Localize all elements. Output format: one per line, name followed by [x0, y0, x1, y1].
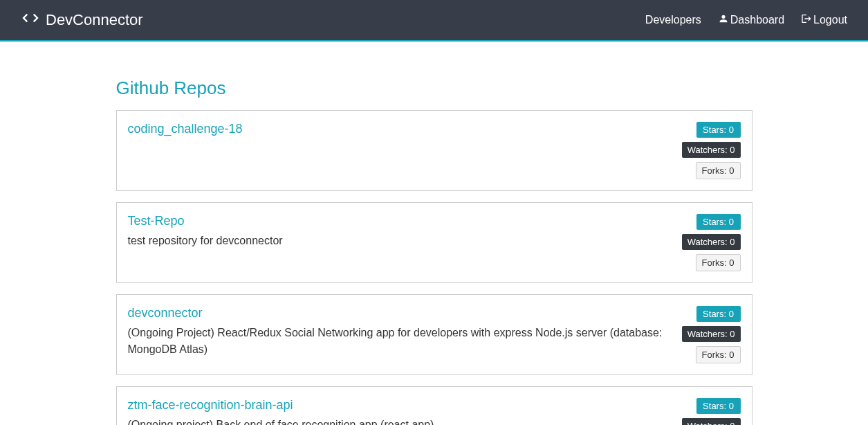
nav-dashboard[interactable]: Dashboard [718, 13, 784, 27]
nav-logout[interactable]: Logout [801, 13, 847, 27]
repo-description: (Ongoing Project) React/Redux Social Net… [128, 325, 668, 358]
navbar: DevConnector Developers Dashboard Logout [0, 0, 868, 42]
watchers-badge: Watchers: 0 [682, 418, 741, 425]
repo-info: devconnector(Ongoing Project) React/Redu… [128, 306, 668, 363]
nav-dashboard-label: Dashboard [730, 14, 784, 26]
logout-icon [801, 13, 812, 27]
nav-developers[interactable]: Developers [645, 14, 701, 26]
repo-card: devconnector(Ongoing Project) React/Redu… [116, 294, 752, 375]
repo-badges: Stars: 0Watchers: 0Forks: 0 [682, 398, 741, 425]
repo-name-link[interactable]: ztm-face-recognition-brain-api [128, 398, 293, 413]
repo-card: coding_challenge-18Stars: 0Watchers: 0Fo… [116, 110, 752, 191]
repo-badges: Stars: 0Watchers: 0Forks: 0 [682, 306, 741, 363]
repo-info: ztm-face-recognition-brain-api(Ongoing p… [128, 398, 668, 425]
nav-logout-label: Logout [813, 14, 847, 26]
repo-info: Test-Repotest repository for devconnecto… [128, 214, 668, 271]
main-container: Position: aaaa Description: Github Repos… [109, 3, 759, 425]
repo-name-link[interactable]: devconnector [128, 306, 203, 320]
watchers-badge: Watchers: 0 [682, 234, 741, 250]
stars-badge: Stars: 0 [696, 306, 741, 322]
forks-badge: Forks: 0 [696, 346, 741, 363]
nav-developers-label: Developers [645, 14, 701, 26]
brand-text: DevConnector [46, 11, 143, 29]
stars-badge: Stars: 0 [696, 214, 741, 230]
user-icon [718, 13, 729, 27]
repo-description: test repository for devconnector [128, 233, 668, 249]
watchers-badge: Watchers: 0 [682, 142, 741, 158]
repo-description: (Ongoing project) Back end of face recog… [128, 417, 668, 425]
repo-name-link[interactable]: coding_challenge-18 [128, 122, 243, 136]
forks-badge: Forks: 0 [696, 254, 741, 271]
repo-card: ztm-face-recognition-brain-api(Ongoing p… [116, 386, 752, 425]
navbar-links: Developers Dashboard Logout [645, 13, 847, 27]
repo-info: coding_challenge-18 [128, 122, 668, 179]
forks-badge: Forks: 0 [696, 162, 741, 179]
repo-name-link[interactable]: Test-Repo [128, 214, 185, 228]
code-icon [21, 8, 40, 32]
brand-link[interactable]: DevConnector [21, 8, 143, 32]
repo-card: Test-Repotest repository for devconnecto… [116, 202, 752, 283]
repo-badges: Stars: 0Watchers: 0Forks: 0 [682, 214, 741, 271]
stars-badge: Stars: 0 [696, 398, 741, 414]
watchers-badge: Watchers: 0 [682, 326, 741, 342]
repos-list: coding_challenge-18Stars: 0Watchers: 0Fo… [116, 110, 752, 425]
repo-badges: Stars: 0Watchers: 0Forks: 0 [682, 122, 741, 179]
stars-badge: Stars: 0 [696, 122, 741, 138]
section-title: Github Repos [116, 78, 752, 99]
